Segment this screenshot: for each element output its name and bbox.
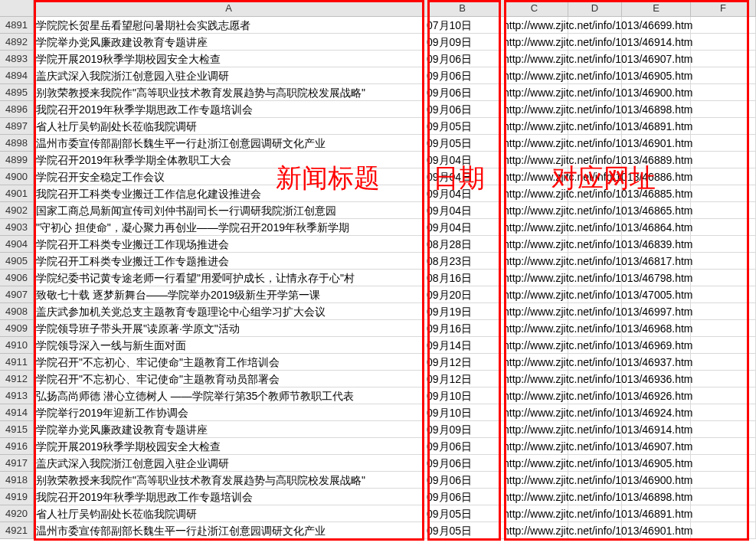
cell-date[interactable]: 09月20日 — [424, 286, 501, 303]
cell-date[interactable]: 09月06日 — [424, 472, 501, 489]
cell-title[interactable]: 学院举办党风廉政建设教育专题讲座 — [34, 421, 424, 438]
row-header[interactable]: 4910 — [0, 337, 34, 354]
cell-empty[interactable] — [691, 421, 756, 438]
row-header[interactable]: 4920 — [0, 505, 34, 522]
row-header[interactable]: 4895 — [0, 84, 34, 101]
cell-empty[interactable] — [691, 472, 756, 489]
cell-title[interactable]: 省人社厅吴钧副处长莅临我院调研 — [34, 118, 424, 135]
cell-empty[interactable] — [691, 17, 756, 34]
cell-empty[interactable] — [691, 337, 756, 354]
cell-url[interactable]: http://www.zjitc.net/info/1013/46886.htm — [501, 168, 568, 185]
cell-empty[interactable] — [691, 101, 756, 118]
row-header[interactable]: 4893 — [0, 51, 34, 67]
cell-date[interactable]: 08月23日 — [424, 253, 501, 270]
cell-empty[interactable] — [691, 303, 756, 320]
row-header[interactable]: 4918 — [0, 472, 34, 489]
cell-url[interactable]: http://www.zjitc.net/info/1013/46907.htm — [501, 438, 568, 455]
cell-date[interactable]: 09月04日 — [424, 152, 501, 168]
cell-url[interactable]: http://www.zjitc.net/info/1013/46798.htm — [501, 270, 568, 286]
cell-title[interactable]: 学院举行2019年迎新工作协调会 — [34, 404, 424, 421]
row-header[interactable]: 4897 — [0, 118, 34, 135]
cell-title[interactable]: 学院领导班子带头开展"读原著·学原文"活动 — [34, 320, 424, 337]
cell-url[interactable]: http://www.zjitc.net/info/1013/46936.htm — [501, 371, 568, 387]
col-header-C[interactable]: C — [501, 0, 568, 16]
row-header[interactable]: 4894 — [0, 67, 34, 84]
cell-date[interactable]: 09月06日 — [424, 84, 501, 101]
cell-url[interactable]: http://www.zjitc.net/info/1013/46901.htm — [501, 522, 568, 539]
cell-empty[interactable] — [691, 286, 756, 303]
cell-url[interactable]: http://www.zjitc.net/info/1013/46898.htm — [501, 101, 568, 118]
cell-url[interactable]: http://www.zjitc.net/info/1013/46924.htm — [501, 404, 568, 421]
cell-title[interactable]: 学院召开安全稳定工作会议 — [34, 168, 424, 185]
cell-title[interactable]: 学院召开工科类专业搬迁工作现场推进会 — [34, 236, 424, 253]
cell-date[interactable]: 09月10日 — [424, 387, 501, 404]
row-header[interactable]: 4917 — [0, 455, 34, 472]
cell-empty[interactable] — [691, 67, 756, 84]
select-all-corner[interactable] — [0, 0, 34, 16]
row-header[interactable]: 4907 — [0, 286, 34, 303]
cell-date[interactable]: 09月06日 — [424, 438, 501, 455]
col-header-F[interactable]: F — [691, 0, 756, 16]
cell-empty[interactable] — [691, 118, 756, 135]
cell-url[interactable]: http://www.zjitc.net/info/1013/46900.htm — [501, 472, 568, 489]
cell-empty[interactable] — [691, 253, 756, 270]
cell-url[interactable]: http://www.zjitc.net/info/1013/46817.htm — [501, 253, 568, 270]
cell-date[interactable]: 09月12日 — [424, 354, 501, 371]
cell-date[interactable]: 09月05日 — [424, 118, 501, 135]
cell-title[interactable]: 学院召开"不忘初心、牢记使命"主题教育动员部署会 — [34, 371, 424, 387]
cell-empty[interactable] — [691, 404, 756, 421]
row-header[interactable]: 4901 — [0, 185, 34, 202]
cell-title[interactable]: 学院举办党风廉政建设教育专题讲座 — [34, 34, 424, 51]
cell-title[interactable]: 学院召开2019年秋季学期全体教职工大会 — [34, 152, 424, 168]
cell-empty[interactable] — [691, 202, 756, 219]
row-header[interactable]: 4911 — [0, 354, 34, 371]
cell-empty[interactable] — [691, 51, 756, 67]
cell-url[interactable]: http://www.zjitc.net/info/1013/46937.htm — [501, 354, 568, 371]
cell-title[interactable]: 省人社厅吴钧副处长莅临我院调研 — [34, 505, 424, 522]
cell-empty[interactable] — [691, 135, 756, 152]
cell-empty[interactable] — [691, 84, 756, 101]
row-header[interactable]: 4921 — [0, 522, 34, 539]
cell-date[interactable]: 09月10日 — [424, 404, 501, 421]
cell-date[interactable]: 09月04日 — [424, 219, 501, 236]
cell-url[interactable]: http://www.zjitc.net/info/1013/47005.htm — [501, 286, 568, 303]
cell-title[interactable]: 盖庆武深入我院浙江创意园入驻企业调研 — [34, 67, 424, 84]
cell-date[interactable]: 09月14日 — [424, 337, 501, 354]
cell-title[interactable]: 国家工商总局新闻宣传司刘仲书副司长一行调研我院浙江创意园 — [34, 202, 424, 219]
cell-title[interactable]: 我院召开2019年秋季学期思政工作专题培训会 — [34, 489, 424, 505]
cell-empty[interactable] — [691, 522, 756, 539]
cell-date[interactable]: 09月06日 — [424, 101, 501, 118]
row-header[interactable]: 4906 — [0, 270, 34, 286]
cell-empty[interactable] — [691, 270, 756, 286]
cell-date[interactable]: 09月05日 — [424, 135, 501, 152]
cell-url[interactable]: http://www.zjitc.net/info/1013/46891.htm — [501, 505, 568, 522]
cell-empty[interactable] — [691, 371, 756, 387]
row-header[interactable]: 4902 — [0, 202, 34, 219]
cell-title[interactable]: 学院召开"不忘初心、牢记使命"主题教育工作培训会 — [34, 354, 424, 371]
cell-url[interactable]: http://www.zjitc.net/info/1013/46914.htm — [501, 34, 568, 51]
cell-empty[interactable] — [691, 505, 756, 522]
row-header[interactable]: 4904 — [0, 236, 34, 253]
cell-title[interactable]: 盖庆武参加机关党总支主题教育专题理论中心组学习扩大会议 — [34, 303, 424, 320]
cell-title[interactable]: 学院开展2019秋季学期校园安全大检查 — [34, 438, 424, 455]
cell-url[interactable]: http://www.zjitc.net/info/1013/46901.htm — [501, 135, 568, 152]
row-header[interactable]: 4915 — [0, 421, 34, 438]
cell-empty[interactable] — [691, 34, 756, 51]
cell-date[interactable]: 09月09日 — [424, 421, 501, 438]
col-header-E[interactable]: E — [622, 0, 691, 16]
cell-url[interactable]: http://www.zjitc.net/info/1013/46699.htm — [501, 17, 568, 34]
cell-empty[interactable] — [691, 236, 756, 253]
cell-date[interactable]: 09月06日 — [424, 51, 501, 67]
col-header-A[interactable]: A — [34, 0, 424, 16]
cell-date[interactable]: 09月05日 — [424, 505, 501, 522]
cell-date[interactable]: 08月16日 — [424, 270, 501, 286]
cell-url[interactable]: http://www.zjitc.net/info/1013/46885.htm — [501, 185, 568, 202]
cell-url[interactable]: http://www.zjitc.net/info/1013/46905.htm — [501, 455, 568, 472]
row-header[interactable]: 4896 — [0, 101, 34, 118]
cell-url[interactable]: http://www.zjitc.net/info/1013/46864.htm — [501, 219, 568, 236]
row-header[interactable]: 4909 — [0, 320, 34, 337]
cell-url[interactable]: http://www.zjitc.net/info/1013/46905.htm — [501, 67, 568, 84]
row-header[interactable]: 4905 — [0, 253, 34, 270]
cell-title[interactable]: 学院开展2019秋季学期校园安全大检查 — [34, 51, 424, 67]
cell-empty[interactable] — [691, 455, 756, 472]
